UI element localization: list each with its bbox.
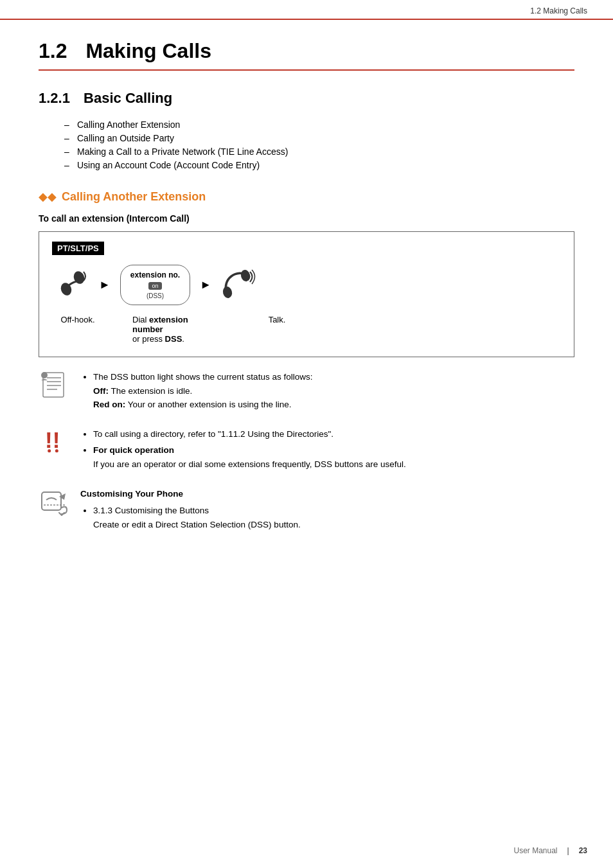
tip-icon: !! (42, 427, 67, 453)
svg-point-12 (55, 449, 58, 452)
list-item: The DSS button light shows the current s… (93, 370, 574, 412)
customise-icon-container (39, 487, 71, 518)
svg-point-2 (222, 285, 233, 299)
extension-number-box: extension no. on (DSS) (120, 265, 190, 305)
caption-dial: Dial extension number or press DSS. (132, 315, 216, 344)
caption-talk: Talk. (251, 315, 303, 324)
chapter-title-text: Making Calls (85, 39, 211, 62)
tip-icon-container: !! (39, 427, 71, 453)
page-number: 23 (579, 846, 587, 855)
step1-icon (58, 269, 89, 301)
footer-separator: | (567, 846, 569, 855)
section-title: 1.2.1 Basic Calling (39, 90, 574, 107)
procedure-title: To call an extension (Intercom Call) (39, 213, 574, 224)
note-icon (39, 370, 70, 401)
list-item: 3.1.3 Customising the Buttons Create or … (93, 504, 574, 531)
ext-sub: on (DSS) (130, 282, 180, 299)
device-label: PT/SLT/PS (52, 242, 104, 255)
diagram-captions: Off-hook. Dial extension number or press… (52, 315, 561, 344)
customise-content: Customising Your Phone 3.1.3 Customising… (80, 487, 574, 532)
dss-label: (DSS) (147, 292, 164, 299)
toc-list: Calling Another Extension Calling an Out… (64, 120, 574, 170)
svg-rect-13 (42, 492, 61, 510)
arrow2: ► (200, 278, 211, 292)
list-item: Making a Call to a Private Network (TIE … (64, 146, 574, 157)
section-number: 1.2.1 (39, 90, 70, 106)
ext-label-text: extension no. (130, 270, 180, 279)
subsection-header: ◆◆ Calling Another Extension (39, 190, 574, 204)
diagram-steps: ► extension no. on (DSS) ► (52, 265, 561, 305)
chapter-number: 1.2 (39, 39, 67, 62)
header-section-ref: 1.2 Making Calls (530, 6, 587, 15)
note-content: The DSS button light shows the current s… (80, 370, 574, 414)
section-title-text: Basic Calling (84, 90, 172, 106)
footer-label: User Manual (513, 846, 557, 855)
customise-title: Customising Your Phone (80, 487, 574, 501)
diagram-box: PT/SLT/PS (39, 231, 574, 357)
customise-icon (39, 487, 71, 516)
content-area: 1.2 Making Calls 1.2.1 Basic Calling Cal… (0, 20, 613, 570)
tip-block: !! To call using a directory, refer to "… (39, 427, 574, 474)
list-item: To call using a directory, refer to "1.1… (93, 427, 574, 441)
list-item: Calling an Outside Party (64, 133, 574, 143)
list-item: For quick operation If you are an operat… (93, 443, 574, 471)
list-item: Calling Another Extension (64, 120, 574, 130)
list-item: Using an Account Code (Account Code Entr… (64, 160, 574, 170)
subsection-title: Calling Another Extension (62, 190, 206, 204)
arrow1: ► (99, 278, 111, 292)
phone-talk-svg (221, 269, 257, 299)
on-button: on (148, 282, 161, 290)
page: 1.2 Making Calls 1.2 Making Calls 1.2.1 … (0, 0, 613, 868)
chapter-title: 1.2 Making Calls (39, 39, 574, 71)
caption-offhook: Off-hook. (58, 315, 97, 324)
step3-icon (221, 269, 257, 301)
note-icon-container (39, 370, 71, 401)
phone-offhook-svg (58, 269, 89, 299)
tip-content: To call using a directory, refer to "1.1… (80, 427, 574, 474)
diamond-icons: ◆◆ (39, 190, 57, 204)
note-block: The DSS button light shows the current s… (39, 370, 574, 414)
header-bar: 1.2 Making Calls (0, 0, 613, 20)
svg-point-9 (41, 372, 48, 378)
footer-bar: User Manual | 23 (513, 846, 587, 855)
svg-point-11 (48, 449, 51, 452)
svg-text:!!: !! (45, 427, 60, 452)
customise-block: Customising Your Phone 3.1.3 Customising… (39, 487, 574, 532)
